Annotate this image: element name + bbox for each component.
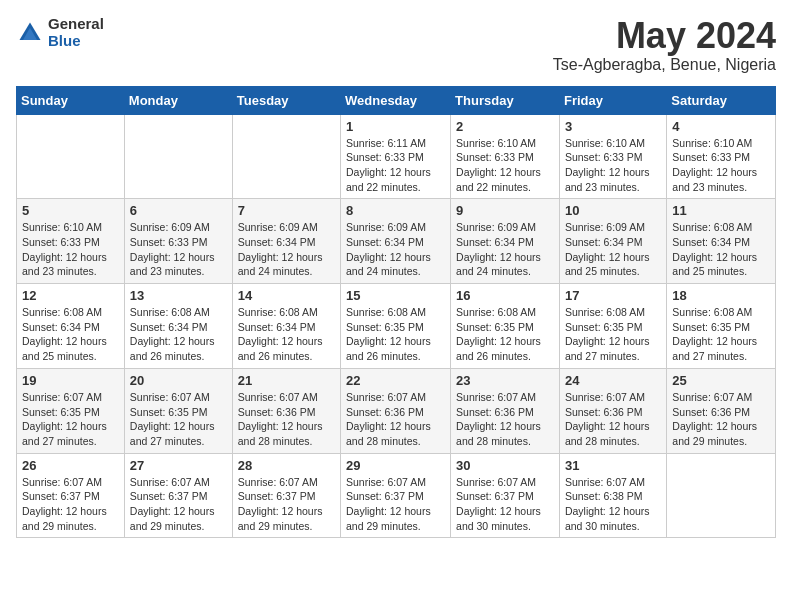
day-number: 18 xyxy=(672,288,770,303)
logo: General Blue xyxy=(16,16,104,49)
title-block: May 2024 Tse-Agberagba, Benue, Nigeria xyxy=(553,16,776,74)
day-number: 17 xyxy=(565,288,661,303)
day-info-line: and 27 minutes. xyxy=(565,349,661,364)
day-number: 28 xyxy=(238,458,335,473)
day-info-line: Daylight: 12 hours xyxy=(346,504,445,519)
calendar-cell: 14Sunrise: 6:08 AMSunset: 6:34 PMDayligh… xyxy=(232,284,340,369)
day-info-line: Sunrise: 6:10 AM xyxy=(22,220,119,235)
day-info-line: Sunset: 6:34 PM xyxy=(130,320,227,335)
day-info-line: Sunset: 6:34 PM xyxy=(346,235,445,250)
calendar-cell: 12Sunrise: 6:08 AMSunset: 6:34 PMDayligh… xyxy=(17,284,125,369)
day-info-line: Daylight: 12 hours xyxy=(565,334,661,349)
day-number: 24 xyxy=(565,373,661,388)
day-info-line: Daylight: 12 hours xyxy=(346,250,445,265)
day-info-line: Sunset: 6:37 PM xyxy=(238,489,335,504)
calendar-cell: 27Sunrise: 6:07 AMSunset: 6:37 PMDayligh… xyxy=(124,453,232,538)
calendar-cell: 17Sunrise: 6:08 AMSunset: 6:35 PMDayligh… xyxy=(559,284,666,369)
day-info-line: and 29 minutes. xyxy=(346,519,445,534)
day-info-line: Sunrise: 6:07 AM xyxy=(130,390,227,405)
day-info-line: Daylight: 12 hours xyxy=(565,419,661,434)
day-info-line: Daylight: 12 hours xyxy=(565,250,661,265)
day-info-line: Daylight: 12 hours xyxy=(456,419,554,434)
day-info-line: Sunset: 6:35 PM xyxy=(22,405,119,420)
day-info-line: and 28 minutes. xyxy=(238,434,335,449)
day-info-line: and 26 minutes. xyxy=(130,349,227,364)
day-info-line: and 29 minutes. xyxy=(22,519,119,534)
day-info-line: Sunset: 6:35 PM xyxy=(672,320,770,335)
weekday-header-sunday: Sunday xyxy=(17,86,125,114)
calendar-cell: 1Sunrise: 6:11 AMSunset: 6:33 PMDaylight… xyxy=(341,114,451,199)
calendar-cell xyxy=(17,114,125,199)
calendar-cell: 6Sunrise: 6:09 AMSunset: 6:33 PMDaylight… xyxy=(124,199,232,284)
day-info-line: and 23 minutes. xyxy=(22,264,119,279)
day-info-line: Sunrise: 6:10 AM xyxy=(672,136,770,151)
day-info-line: Sunset: 6:33 PM xyxy=(456,150,554,165)
day-info-line: and 26 minutes. xyxy=(238,349,335,364)
day-info-line: Sunrise: 6:08 AM xyxy=(672,220,770,235)
day-number: 31 xyxy=(565,458,661,473)
day-number: 25 xyxy=(672,373,770,388)
day-info-line: Daylight: 12 hours xyxy=(22,334,119,349)
day-info-line: Sunrise: 6:07 AM xyxy=(130,475,227,490)
day-info-line: Sunset: 6:34 PM xyxy=(22,320,119,335)
day-info-line: and 27 minutes. xyxy=(22,434,119,449)
day-number: 16 xyxy=(456,288,554,303)
day-info-line: Sunset: 6:34 PM xyxy=(456,235,554,250)
day-info-line: and 25 minutes. xyxy=(22,349,119,364)
calendar-cell: 20Sunrise: 6:07 AMSunset: 6:35 PMDayligh… xyxy=(124,368,232,453)
day-number: 13 xyxy=(130,288,227,303)
day-number: 23 xyxy=(456,373,554,388)
calendar-cell: 7Sunrise: 6:09 AMSunset: 6:34 PMDaylight… xyxy=(232,199,340,284)
day-number: 9 xyxy=(456,203,554,218)
calendar-cell: 11Sunrise: 6:08 AMSunset: 6:34 PMDayligh… xyxy=(667,199,776,284)
day-info-line: Sunset: 6:35 PM xyxy=(456,320,554,335)
weekday-header-friday: Friday xyxy=(559,86,666,114)
day-info-line: Sunset: 6:33 PM xyxy=(565,150,661,165)
day-info-line: Daylight: 12 hours xyxy=(238,250,335,265)
day-info-line: Sunrise: 6:09 AM xyxy=(456,220,554,235)
day-number: 15 xyxy=(346,288,445,303)
day-info-line: Sunrise: 6:07 AM xyxy=(565,475,661,490)
day-info-line: Sunrise: 6:10 AM xyxy=(565,136,661,151)
day-number: 3 xyxy=(565,119,661,134)
calendar-cell: 2Sunrise: 6:10 AMSunset: 6:33 PMDaylight… xyxy=(451,114,560,199)
day-info-line: Sunrise: 6:07 AM xyxy=(565,390,661,405)
calendar-cell: 16Sunrise: 6:08 AMSunset: 6:35 PMDayligh… xyxy=(451,284,560,369)
calendar-table: SundayMondayTuesdayWednesdayThursdayFrid… xyxy=(16,86,776,539)
day-info-line: and 29 minutes. xyxy=(238,519,335,534)
logo-icon xyxy=(16,19,44,47)
day-number: 12 xyxy=(22,288,119,303)
day-info-line: Sunrise: 6:07 AM xyxy=(22,475,119,490)
day-info-line: and 27 minutes. xyxy=(130,434,227,449)
day-number: 29 xyxy=(346,458,445,473)
day-info-line: Sunrise: 6:08 AM xyxy=(238,305,335,320)
day-info-line: Sunset: 6:33 PM xyxy=(130,235,227,250)
day-info-line: Sunrise: 6:09 AM xyxy=(130,220,227,235)
day-number: 4 xyxy=(672,119,770,134)
day-info-line: Sunset: 6:36 PM xyxy=(346,405,445,420)
day-info-line: Sunset: 6:34 PM xyxy=(238,320,335,335)
day-info-line: Sunrise: 6:07 AM xyxy=(672,390,770,405)
day-number: 20 xyxy=(130,373,227,388)
day-info-line: Daylight: 12 hours xyxy=(130,250,227,265)
calendar-cell: 10Sunrise: 6:09 AMSunset: 6:34 PMDayligh… xyxy=(559,199,666,284)
day-info-line: and 23 minutes. xyxy=(672,180,770,195)
day-info-line: Daylight: 12 hours xyxy=(456,250,554,265)
calendar-cell: 13Sunrise: 6:08 AMSunset: 6:34 PMDayligh… xyxy=(124,284,232,369)
day-info-line: Sunrise: 6:10 AM xyxy=(456,136,554,151)
day-number: 22 xyxy=(346,373,445,388)
day-info-line: Daylight: 12 hours xyxy=(565,504,661,519)
day-info-line: Daylight: 12 hours xyxy=(456,334,554,349)
weekday-header-row: SundayMondayTuesdayWednesdayThursdayFrid… xyxy=(17,86,776,114)
calendar-cell: 4Sunrise: 6:10 AMSunset: 6:33 PMDaylight… xyxy=(667,114,776,199)
day-info-line: Sunset: 6:33 PM xyxy=(22,235,119,250)
day-info-line: Sunset: 6:35 PM xyxy=(565,320,661,335)
calendar-cell: 21Sunrise: 6:07 AMSunset: 6:36 PMDayligh… xyxy=(232,368,340,453)
day-info-line: Sunrise: 6:08 AM xyxy=(346,305,445,320)
day-info-line: Daylight: 12 hours xyxy=(22,419,119,434)
day-info-line: and 30 minutes. xyxy=(565,519,661,534)
day-info-line: Sunset: 6:35 PM xyxy=(346,320,445,335)
day-info-line: Daylight: 12 hours xyxy=(130,334,227,349)
calendar-cell: 18Sunrise: 6:08 AMSunset: 6:35 PMDayligh… xyxy=(667,284,776,369)
day-info-line: Sunrise: 6:07 AM xyxy=(238,475,335,490)
